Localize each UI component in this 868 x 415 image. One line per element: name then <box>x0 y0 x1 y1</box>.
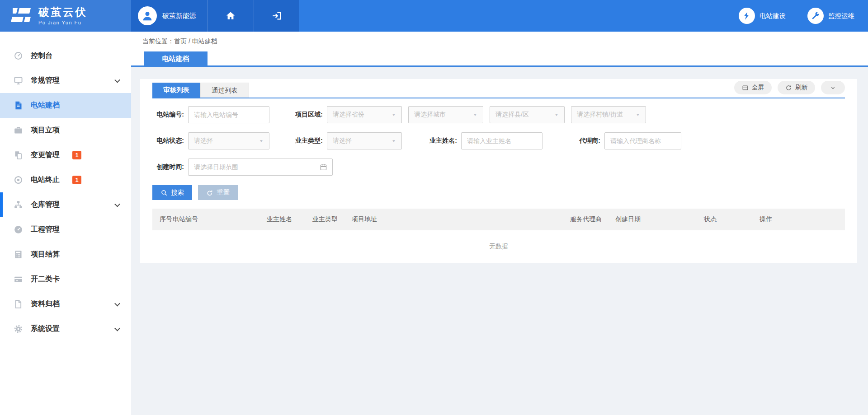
user-menu[interactable]: 破茧新能源 <box>131 0 208 32</box>
owner-name-input[interactable] <box>461 132 542 149</box>
reset-button[interactable]: 重置 <box>198 185 238 200</box>
logout-button[interactable] <box>254 0 299 32</box>
sidebar-item-station-termination[interactable]: 电站终止 1 <box>0 168 131 192</box>
panel-tabs-bar: 审核列表 通过列表 全屏 刷新 <box>152 79 845 98</box>
briefcase-icon <box>14 126 23 135</box>
tab-passed-list[interactable]: 通过列表 <box>200 83 249 98</box>
filter-row-2: 电站状态: 请选择 ▼ 业主类型: 请选择 ▼ 业主姓名: 代理商: <box>152 132 845 149</box>
reset-icon <box>206 189 213 196</box>
brand-logo: 破茧云伏 Po Jian Yun Fu <box>0 0 131 32</box>
sidebar-item-label: 电站终止 <box>31 175 60 185</box>
sidebar-item-console[interactable]: 控制台 <box>0 43 131 68</box>
refresh-button[interactable]: 刷新 <box>778 81 815 94</box>
brand-subtitle: Po Jian Yun Fu <box>38 20 87 25</box>
breadcrumb-prefix: 当前位置： <box>142 37 174 46</box>
user-avatar[interactable] <box>138 6 157 25</box>
fullscreen-button[interactable]: 全屏 <box>734 81 772 94</box>
agent-input[interactable] <box>604 132 681 149</box>
wrench-icon <box>807 8 824 24</box>
document-icon <box>14 101 23 110</box>
page-tab-strip: 电站建档 <box>131 51 868 67</box>
sidebar-item-data-archive[interactable]: 资料归档 <box>0 292 131 317</box>
refresh-icon <box>785 84 792 91</box>
col-service-agent: 服务代理商 <box>570 215 615 224</box>
sidebar-item-label: 工程管理 <box>31 225 60 234</box>
nav-monitor-ops[interactable]: 监控运维 <box>807 8 854 24</box>
sidebar-item-label: 项目结算 <box>31 250 60 259</box>
target-icon <box>14 175 23 185</box>
panel-tabs: 审核列表 通过列表 <box>152 83 249 98</box>
county-select-placeholder: 请选择县/区 <box>495 111 529 119</box>
sidebar-item-project-settlement[interactable]: 项目结算 <box>0 242 131 267</box>
sidebar-item-warehouse-mgmt[interactable]: 仓库管理 <box>0 192 131 217</box>
sidebar-item-open-class2-card[interactable]: 开二类卡 <box>0 267 131 292</box>
badge-count: 1 <box>72 151 81 159</box>
page-tab-station-filing[interactable]: 电站建档 <box>144 51 208 65</box>
search-button-label: 搜索 <box>171 188 184 197</box>
filter-form: 电站编号: 项目区域: 请选择省份 ▼ 请选择城市 ▼ 请选择县/区 <box>152 98 845 263</box>
filter-actions: 搜索 重置 <box>152 185 845 200</box>
sidebar-item-label: 项目立项 <box>31 126 60 135</box>
sidebar-item-general-mgmt[interactable]: 常规管理 <box>0 68 131 93</box>
sitemap-icon <box>14 200 23 210</box>
province-select[interactable]: 请选择省份 ▼ <box>327 106 402 123</box>
monitor-icon <box>14 76 23 85</box>
col-owner-name: 业主姓名 <box>267 215 312 224</box>
town-select[interactable]: 请选择村镇/街道 ▼ <box>571 106 646 123</box>
owner-name-label: 业主姓名: <box>425 137 457 145</box>
town-select-placeholder: 请选择村镇/街道 <box>577 111 623 119</box>
gauge-icon <box>14 51 23 61</box>
county-select[interactable]: 请选择县/区 ▼ <box>490 106 565 123</box>
region-label: 项目区域: <box>291 111 323 119</box>
sidebar-item-station-filing[interactable]: 电站建档 <box>0 93 131 118</box>
city-select[interactable]: 请选择城市 ▼ <box>408 106 483 123</box>
col-station-no: 电站编号 <box>173 215 267 224</box>
station-no-input[interactable] <box>188 106 269 123</box>
home-button[interactable] <box>208 0 254 32</box>
caret-down-icon: ▼ <box>392 139 396 143</box>
chevron-down-icon <box>114 201 120 207</box>
sidebar-item-project-initiation[interactable]: 项目立项 <box>0 118 131 143</box>
caret-down-icon: ▼ <box>554 112 559 117</box>
home-icon <box>226 11 236 21</box>
breadcrumb-path[interactable]: 首页 / 电站建档 <box>174 37 217 46</box>
search-button[interactable]: 搜索 <box>152 185 192 200</box>
refresh-label: 刷新 <box>795 84 807 92</box>
sidebar-item-change-mgmt[interactable]: 变更管理 1 <box>0 143 131 168</box>
station-status-select[interactable]: 请选择 ▼ <box>188 132 269 149</box>
sidebar-item-label: 开二类卡 <box>31 275 60 284</box>
chevron-down-icon <box>114 77 120 83</box>
owner-type-label: 业主类型: <box>291 137 323 145</box>
sidebar-item-system-settings[interactable]: 系统设置 <box>0 317 131 341</box>
header-right-actions: 电站建设 监控运维 <box>299 0 868 32</box>
person-icon <box>142 10 153 22</box>
filter-row-3: 创建时间: <box>152 159 845 176</box>
caret-down-icon: ▼ <box>392 112 396 117</box>
badge-count: 1 <box>72 176 81 184</box>
calendar-icon[interactable] <box>320 163 327 171</box>
date-range-field <box>188 159 333 176</box>
brand-title: 破茧云伏 <box>38 6 87 18</box>
logout-icon <box>272 11 282 21</box>
owner-type-select[interactable]: 请选择 ▼ <box>327 132 402 149</box>
breadcrumb: 当前位置： 首页 / 电站建档 <box>131 32 868 51</box>
sidebar-item-label: 仓库管理 <box>31 200 60 210</box>
date-range-input[interactable] <box>188 159 333 176</box>
collapse-button[interactable] <box>821 81 845 94</box>
tab-review-list[interactable]: 审核列表 <box>152 83 200 98</box>
col-actions: 操作 <box>760 215 845 224</box>
col-owner-type: 业主类型 <box>312 215 352 224</box>
sidebar-item-engineering-mgmt[interactable]: 工程管理 <box>0 217 131 242</box>
caret-down-icon: ▼ <box>473 112 477 117</box>
dashboard-icon <box>14 225 23 234</box>
nav-station-build[interactable]: 电站建设 <box>739 8 786 24</box>
station-no-label: 电站编号: <box>152 111 184 119</box>
card-icon <box>14 275 23 284</box>
table-header: 序号 电站编号 业主姓名 业主类型 项目地址 服务代理商 创建日期 状态 操作 <box>152 209 845 230</box>
file-icon <box>14 299 23 309</box>
pages-icon <box>14 150 23 160</box>
app-window: 破茧云伏 Po Jian Yun Fu 破茧新能源 <box>0 0 868 415</box>
caret-down-icon: ▼ <box>259 139 264 143</box>
fullscreen-icon <box>742 84 749 91</box>
caret-down-icon: ▼ <box>636 112 640 117</box>
